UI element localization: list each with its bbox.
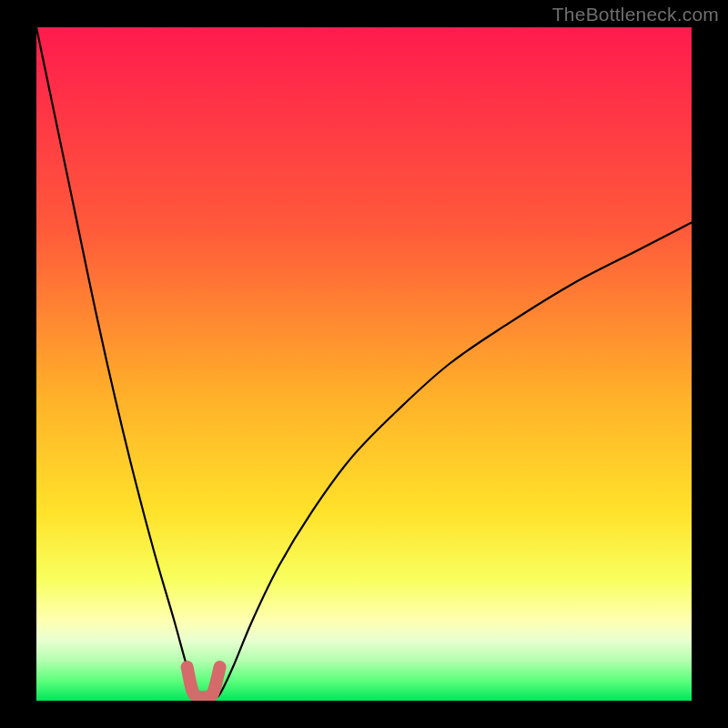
chart-frame: TheBottleneck.com [0,0,728,728]
chart-background [36,27,692,701]
watermark-text: TheBottleneck.com [552,4,719,25]
bottleneck-chart [36,27,692,701]
